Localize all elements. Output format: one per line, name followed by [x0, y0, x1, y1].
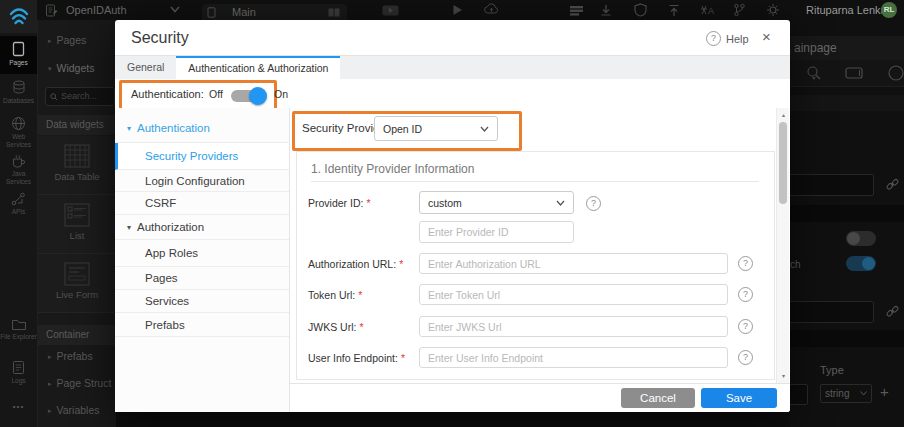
- add-variable-button[interactable]: +: [880, 383, 889, 400]
- user-info-endpoint-help-icon[interactable]: ?: [738, 350, 753, 365]
- dialog-scrollbar[interactable]: ▴ ▾: [776, 108, 789, 383]
- user-name[interactable]: Rituparna Lenka: [806, 0, 887, 20]
- expanded-arrow-icon: ▾: [127, 223, 131, 232]
- nav-group-authentication[interactable]: ▾ Authentication: [115, 114, 289, 143]
- video-icon[interactable]: [382, 5, 399, 16]
- page-tab-label: Main: [232, 2, 256, 22]
- identity-provider-form: 1. Identity Provider Information Provide…: [296, 151, 775, 380]
- sidebar-item-pages[interactable]: Pages: [0, 36, 37, 74]
- page-tab-main[interactable]: Main: [202, 4, 347, 20]
- tree-variables[interactable]: ▸Variables: [38, 404, 126, 416]
- tab-general[interactable]: General: [115, 56, 176, 79]
- import-icon[interactable]: [600, 4, 612, 17]
- property-toggle-on[interactable]: [846, 256, 876, 271]
- nav-item-app-roles[interactable]: App Roles: [115, 240, 289, 267]
- provider-id-help-icon[interactable]: ?: [586, 196, 601, 211]
- shield-icon[interactable]: [634, 3, 647, 17]
- jwks-url-help-icon[interactable]: ?: [738, 319, 753, 334]
- tree-page-structure[interactable]: ▸Page Struct: [38, 377, 126, 389]
- run-play-icon[interactable]: [452, 4, 463, 16]
- user-info-endpoint-input[interactable]: [419, 347, 728, 368]
- project-chevron-icon[interactable]: [170, 6, 180, 13]
- nav-item-security-providers[interactable]: Security Providers: [115, 143, 289, 170]
- save-button[interactable]: Save: [701, 388, 777, 408]
- scroll-up-icon[interactable]: ▴: [777, 110, 790, 120]
- device-preview-icon[interactable]: [845, 67, 863, 79]
- help-button[interactable]: ? Help: [706, 31, 749, 46]
- inspect-search-icon[interactable]: [806, 65, 822, 81]
- translate-icon[interactable]: A: [700, 4, 715, 16]
- project-name[interactable]: OpenIDAuth: [66, 0, 127, 20]
- nav-item-pages[interactable]: Pages: [115, 267, 289, 290]
- stack-icon[interactable]: [569, 5, 584, 16]
- authentication-toggle[interactable]: [231, 90, 265, 102]
- chevron-down-icon: [860, 391, 867, 396]
- nav-item-prefabs[interactable]: Prefabs: [115, 313, 289, 337]
- sidebar-item-web-services[interactable]: Web Services: [0, 116, 37, 152]
- expanded-arrow-icon: ▾: [48, 65, 52, 72]
- cancel-button[interactable]: Cancel: [621, 388, 695, 408]
- theme-circle-icon[interactable]: [888, 64, 904, 82]
- token-url-help-icon[interactable]: ?: [738, 287, 753, 302]
- tree-pages[interactable]: ▸Pages: [38, 34, 126, 46]
- widgets-panel: ▸Pages ▾Widgets Search... Data widgets D…: [37, 20, 116, 427]
- widget-search-input[interactable]: Search...: [45, 87, 115, 106]
- bind-link-icon[interactable]: [886, 305, 899, 318]
- security-provider-select[interactable]: Open ID: [374, 116, 498, 141]
- type-column-label: Type: [820, 364, 844, 376]
- provider-id-input[interactable]: [419, 221, 574, 243]
- authorization-url-input[interactable]: [419, 253, 728, 274]
- databases-icon: [12, 80, 26, 95]
- sidebar-item-apis[interactable]: APIs: [0, 192, 37, 222]
- tree-widgets[interactable]: ▾Widgets: [38, 62, 126, 74]
- authorization-url-help-icon[interactable]: ?: [738, 256, 753, 271]
- bind-link-icon[interactable]: [886, 178, 899, 191]
- project-doc-icon: [45, 4, 58, 17]
- export-icon[interactable]: [668, 4, 680, 17]
- type-select[interactable]: string: [820, 384, 872, 403]
- property-input[interactable]: [786, 301, 874, 323]
- widget-tile-live-form[interactable]: Live Form: [38, 254, 116, 313]
- nav-item-login-configuration[interactable]: Login Configuration: [115, 170, 289, 192]
- dialog-tabs: General Authentication & Authorization: [115, 55, 790, 79]
- cloud-upload-icon[interactable]: [484, 3, 499, 16]
- settings-gear-icon[interactable]: [766, 3, 780, 17]
- avatar[interactable]: RL: [881, 2, 897, 18]
- authentication-label: Authentication:: [131, 88, 204, 100]
- page-name-band: ainpage: [790, 36, 904, 60]
- search-icon: [50, 93, 58, 101]
- provider-id-label: Provider ID:*: [308, 197, 371, 209]
- branch-icon[interactable]: [733, 3, 746, 17]
- app-logo[interactable]: [0, 0, 37, 33]
- section-container: Container: [38, 325, 116, 345]
- widget-tile-list[interactable]: List: [38, 195, 116, 254]
- nav-item-services[interactable]: Services: [115, 290, 289, 313]
- close-icon[interactable]: ×: [762, 29, 771, 44]
- provider-id-select[interactable]: custom: [419, 191, 574, 214]
- nav-group-authorization[interactable]: ▾ Authorization: [115, 215, 289, 240]
- chevron-down-icon: [480, 126, 489, 132]
- dialog-left-nav: ▾ Authentication Security Providers Logi…: [115, 108, 290, 412]
- jwks-url-input[interactable]: [419, 316, 728, 337]
- form-section-title: 1. Identity Provider Information: [311, 162, 474, 176]
- property-toggle-off[interactable]: [846, 231, 876, 246]
- dialog-title: Security: [131, 29, 189, 47]
- nav-item-csrf[interactable]: CSRF: [115, 192, 289, 215]
- web-services-icon: [11, 116, 26, 131]
- help-question-icon: ?: [706, 31, 721, 46]
- sidebar-item-databases[interactable]: Databases: [0, 80, 37, 112]
- more-options-icon[interactable]: •••: [0, 402, 37, 418]
- tab-authentication-authorization[interactable]: Authentication & Authorization: [176, 56, 340, 79]
- expanded-arrow-icon: ▾: [127, 124, 131, 133]
- sidebar-item-file-explorer[interactable]: File Explorer: [0, 318, 37, 356]
- sidebar-item-logs[interactable]: Logs: [0, 360, 37, 394]
- property-input[interactable]: [786, 174, 874, 196]
- tree-prefabs[interactable]: ▸Prefabs: [38, 350, 126, 362]
- widget-tile-data-table[interactable]: Data Table: [38, 136, 116, 195]
- sidebar-item-java-services[interactable]: Java Services: [0, 154, 37, 190]
- token-url-input[interactable]: [419, 284, 728, 305]
- dialog-footer: Cancel Save: [290, 383, 790, 412]
- scroll-down-icon[interactable]: ▾: [777, 371, 790, 381]
- scrollbar-thumb[interactable]: [779, 122, 787, 204]
- page-name-partial: ainpage: [794, 41, 837, 55]
